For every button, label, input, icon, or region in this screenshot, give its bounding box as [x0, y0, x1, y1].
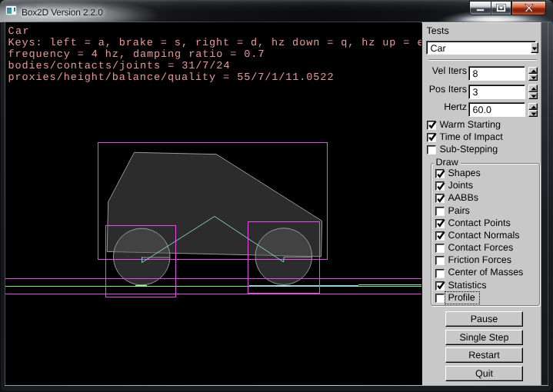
- svg-text:bodies/contacts/joints = 31/7/: bodies/contacts/joints = 31/7/24: [8, 61, 230, 72]
- svg-text:frequency = 4 hz, damping rati: frequency = 4 hz, damping ratio = 0.7: [8, 49, 265, 61]
- svg-text:Car: Car: [8, 26, 29, 38]
- svg-text:Keys: left = a, brake = s, rig: Keys: left = a, brake = s, right = d, hz…: [8, 38, 422, 49]
- svg-text:proxies/height/balance/quality: proxies/height/balance/quality = 55/7/1/…: [8, 72, 334, 84]
